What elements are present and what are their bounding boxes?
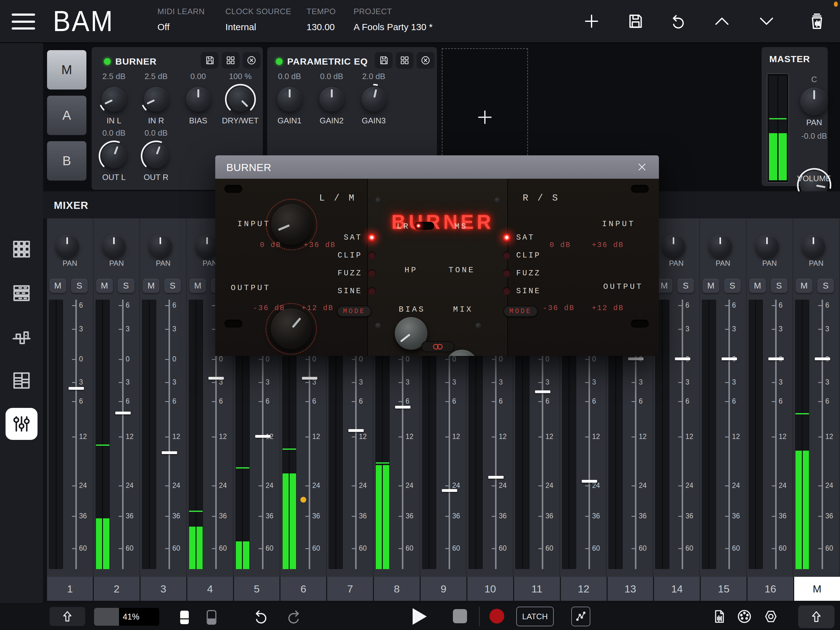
mute-button[interactable]: M [189, 279, 206, 293]
led-clip[interactable]: CLIP [317, 246, 376, 264]
led-sine[interactable]: SINE [317, 282, 376, 300]
knob[interactable] [102, 87, 126, 112]
channel-tab-15[interactable]: 15 [701, 577, 747, 601]
fader-handle[interactable] [815, 358, 830, 360]
redo-button[interactable] [285, 608, 303, 625]
sidebar-item-piano-roll[interactable] [6, 364, 38, 397]
fader-handle[interactable] [208, 377, 224, 380]
fader-handle[interactable] [768, 358, 784, 360]
channel-tab-1[interactable]: 1 [47, 577, 93, 601]
mute-button[interactable]: M [49, 279, 66, 293]
fader-track[interactable] [169, 300, 170, 569]
knob[interactable] [319, 87, 344, 112]
channel-tab-12[interactable]: 12 [561, 577, 606, 601]
sidebar-item-mixer-faders[interactable] [6, 408, 38, 440]
channel-tab-8[interactable]: 8 [374, 577, 420, 601]
fader-handle[interactable] [442, 489, 457, 492]
knob[interactable] [362, 87, 386, 112]
automation-dot[interactable] [300, 497, 306, 503]
layer-button-a[interactable]: A [47, 96, 87, 135]
led-clip[interactable]: CLIP [503, 246, 564, 264]
solo-button[interactable]: S [771, 279, 788, 293]
latch-button[interactable]: LATCH [516, 606, 554, 626]
knob[interactable] [277, 87, 302, 112]
fader-track[interactable] [75, 300, 77, 569]
topbar-field-tempo[interactable]: TEMPO130.00 [306, 7, 336, 32]
stereo-link-button[interactable] [421, 341, 455, 352]
plus-icon[interactable] [583, 12, 600, 30]
undo-button[interactable] [252, 608, 269, 625]
fader-track[interactable] [682, 300, 683, 569]
channel-tab-7[interactable]: 7 [327, 577, 373, 601]
knob[interactable] [186, 87, 211, 112]
knob[interactable] [228, 87, 253, 112]
menu-icon[interactable] [12, 14, 35, 30]
channel-tab-14[interactable]: 14 [654, 577, 700, 601]
fader-handle[interactable] [302, 377, 317, 380]
knob[interactable] [144, 87, 169, 112]
grid-icon[interactable] [396, 52, 414, 69]
grid-icon[interactable] [222, 52, 240, 69]
fader-handle[interactable] [582, 480, 597, 483]
channel-tab-10[interactable]: 10 [467, 577, 513, 601]
solo-button[interactable]: S [71, 279, 88, 293]
trash-audio-icon[interactable] [808, 12, 826, 30]
sidebar-item-sample-blocks[interactable] [6, 322, 38, 354]
solo-button[interactable]: S [118, 279, 134, 293]
channel-tab-3[interactable]: 3 [141, 577, 186, 601]
mute-button[interactable]: M [143, 279, 159, 293]
export-button[interactable] [798, 605, 834, 628]
fader-track[interactable] [775, 300, 777, 569]
fader-handle[interactable] [69, 387, 84, 390]
close-icon[interactable] [636, 161, 648, 173]
chevron-up-icon[interactable] [713, 12, 731, 30]
channel-tab-6[interactable]: 6 [280, 577, 326, 601]
remove-icon[interactable] [417, 52, 434, 69]
channel-tab-2[interactable]: 2 [94, 577, 140, 601]
fader-track[interactable] [821, 300, 823, 569]
fader-handle[interactable] [115, 412, 131, 414]
fader-handle[interactable] [535, 390, 550, 393]
led-sat[interactable]: SAT [503, 229, 564, 246]
fader-handle[interactable] [675, 358, 690, 360]
topbar-field-clock-source[interactable]: CLOCK SOURCEInternal [225, 7, 291, 32]
pan-knob[interactable] [709, 235, 732, 258]
settings-nut-button[interactable] [763, 609, 778, 624]
led-sat[interactable]: SAT [317, 229, 376, 246]
lr-ms-toggle[interactable] [414, 222, 434, 230]
play-button[interactable] [413, 608, 427, 625]
sidebar-item-pads-grid[interactable] [6, 233, 38, 265]
fader-handle[interactable] [395, 406, 411, 408]
undo-icon[interactable] [669, 12, 687, 30]
pan-knob[interactable] [56, 235, 79, 258]
audio-file-button[interactable] [711, 608, 728, 625]
plugin-window-header[interactable]: BURNER [215, 155, 659, 179]
solo-button[interactable]: S [164, 279, 181, 293]
stop-button[interactable] [453, 609, 467, 623]
fader-handle[interactable] [628, 358, 644, 360]
solo-button[interactable]: S [817, 279, 834, 293]
midi-button[interactable] [736, 608, 753, 625]
led-fuzz[interactable]: FUZZ [503, 264, 564, 282]
pan-knob[interactable] [755, 235, 779, 258]
master-pan-knob[interactable] [801, 88, 828, 116]
layer-button-m[interactable]: M [47, 50, 87, 90]
mute-button[interactable]: M [796, 279, 812, 293]
collapse-button[interactable] [49, 607, 85, 626]
pan-knob[interactable] [662, 235, 685, 258]
chevron-down-icon[interactable] [758, 12, 775, 30]
channel-tab-5[interactable]: 5 [234, 577, 280, 601]
layer-button-b[interactable]: B [47, 141, 87, 180]
knob[interactable] [102, 144, 126, 168]
fader-handle[interactable] [348, 429, 364, 432]
pan-knob[interactable] [103, 235, 126, 258]
input-knob-lm[interactable] [271, 204, 312, 245]
fader-handle[interactable] [255, 435, 271, 438]
solo-button[interactable]: S [724, 279, 741, 293]
save-icon[interactable] [626, 12, 644, 30]
automation-button[interactable] [571, 606, 591, 626]
mute-button[interactable]: M [96, 279, 113, 293]
channel-tab-9[interactable]: 9 [421, 577, 466, 601]
channel-tab-16[interactable]: 16 [747, 577, 793, 601]
channel-tab-13[interactable]: 13 [608, 577, 654, 601]
